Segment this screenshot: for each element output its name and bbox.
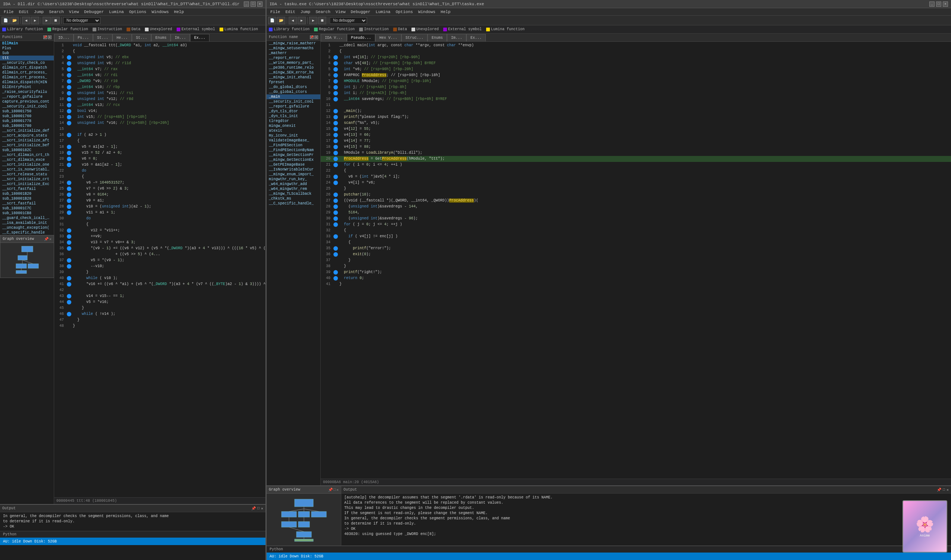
right-menu-view[interactable]: View <box>333 9 348 15</box>
left-line-26[interactable]: 26 v8 = 0i64; <box>54 192 265 198</box>
left-menu-view[interactable]: View <box>67 9 81 15</box>
left-fn-item-37[interactable]: __isa_available_init <box>0 220 54 225</box>
left-fn-item-33[interactable]: __scrt_fastfail <box>0 201 54 206</box>
left-tb-stop[interactable]: ⏹ <box>51 17 60 24</box>
left-line-32[interactable]: 32 v12 = *v11++; <box>54 228 265 234</box>
right-line-18[interactable]: 18 v4[15] = 88; <box>321 144 951 150</box>
left-line-7[interactable]: 7 _DWORD *v9; // r10 <box>54 78 265 84</box>
right-output-pin[interactable]: 📌 <box>937 488 941 492</box>
left-line-38[interactable]: 38 --v10; <box>54 263 265 269</box>
left-fn-item-8[interactable]: dllmain_dispatch(HIN <box>0 80 54 85</box>
left-fn-item-27[interactable]: __scrt_release_statu <box>0 172 54 177</box>
right-fn-item-31[interactable]: __mingw_TLScallback <box>267 191 321 196</box>
left-menu-debugger[interactable]: Debugger <box>82 9 106 15</box>
right-win-controls[interactable]: _ □ ✕ <box>929 2 948 7</box>
right-fn-item-12[interactable]: __security_init_cool <box>267 99 321 104</box>
right-fn-item-30[interactable]: _w64_mingwthr_rem <box>267 186 321 191</box>
right-line-34[interactable]: 34 { <box>321 240 951 246</box>
left-tab-st1[interactable]: St... <box>93 34 113 42</box>
right-tb-open[interactable]: 📂 <box>277 17 285 24</box>
left-line-48[interactable]: 48} <box>54 323 265 329</box>
right-menu-windows[interactable]: Windows <box>416 9 438 15</box>
left-line-15[interactable]: 15 <box>54 126 265 132</box>
right-fn-close[interactable]: ✕ <box>314 35 318 39</box>
right-fn-item-3[interactable]: __report_error <box>267 55 321 60</box>
right-tab-struc[interactable]: Struc... <box>401 34 427 42</box>
right-line-20[interactable]: 20 ProcAddress = GetProcAddress(hModule,… <box>321 156 951 162</box>
right-tab-pseudo[interactable]: Pseudo... <box>347 34 375 42</box>
right-line-32[interactable]: 32 { <box>321 228 951 234</box>
right-line-3[interactable]: 3 int v4[16]; // [rsp+20h] [rbp-90h] <box>321 54 951 60</box>
left-line-27[interactable]: 27 v9 = a1; <box>54 198 265 204</box>
left-fn-list[interactable]: DllMainPlusSubttt__security_check_codllm… <box>0 41 54 235</box>
right-line-10[interactable]: 10 __int64 savedregs; // [rsp+B0h] [rbp+… <box>321 96 951 102</box>
right-fn-item-25[interactable]: __GetPEImageBase <box>267 162 321 167</box>
right-fn-item-28[interactable]: mingwthr_run_key_ <box>267 177 321 182</box>
right-fn-item-7[interactable]: __mingw_init_ehandl <box>267 75 321 80</box>
left-line-19[interactable]: 19 v15 = 52 / a2 + 6; <box>54 150 265 156</box>
right-code-view[interactable]: 1__cdecl main(int argc, const char **arg… <box>321 42 951 478</box>
left-graph-pin[interactable]: 📌 <box>44 237 49 242</box>
right-fn-item-11[interactable]: _main <box>267 94 321 99</box>
left-graph-close[interactable]: ✕ <box>49 237 51 242</box>
right-fn-item-9[interactable]: __do_global_dtors <box>267 85 321 89</box>
left-line-9[interactable]: 9 unsigned int *v11; // rsi <box>54 90 265 96</box>
left-tb-run[interactable]: ▶ <box>43 17 51 24</box>
right-line-22[interactable]: 22 { <box>321 168 951 174</box>
left-line-35[interactable]: 35 *(v9 - 1) += ((v6 ^ v12) + (v5 ^ *(_D… <box>54 246 265 251</box>
left-fn-item-22[interactable]: sub_18000182C <box>0 148 54 152</box>
right-output-max[interactable]: □ <box>943 488 945 492</box>
left-tab-enums[interactable]: Enums <box>151 34 171 42</box>
right-menu-search[interactable]: Search <box>313 9 333 15</box>
right-graph-pin[interactable]: 📌 <box>328 488 333 492</box>
right-tab-im[interactable]: Im... <box>447 34 466 42</box>
right-tb-back[interactable]: ◀ <box>289 17 297 24</box>
right-fn-item-27[interactable]: __mingw_enum_import_ <box>267 172 321 177</box>
right-fn-item-24[interactable]: __mingw_GetSectionEx <box>267 157 321 162</box>
right-tab-ida[interactable]: IDA V... <box>321 34 347 42</box>
right-minimize-btn[interactable]: _ <box>929 2 934 7</box>
left-line-16[interactable]: 16 if ( a2 > 1 ) <box>54 132 265 138</box>
left-fn-item-11[interactable]: __report_gsfailure <box>0 94 54 99</box>
right-fn-item-16[interactable]: tlregdtor <box>267 118 321 123</box>
left-line-36[interactable]: 36 + ((v5 >> 5) ^ (4... <box>54 251 265 257</box>
left-menu-search[interactable]: Search <box>47 9 66 15</box>
left-line-44[interactable]: 44 v5 = *v16; <box>54 299 265 305</box>
right-fn-item-19[interactable]: my_iconv_init <box>267 133 321 138</box>
left-fn-item-32[interactable]: sub_180001B28 <box>0 196 54 201</box>
left-line-42[interactable]: 42 <box>54 287 265 293</box>
left-menu-help[interactable]: Help <box>172 9 186 15</box>
right-maximize-btn[interactable]: □ <box>936 2 941 7</box>
right-menu-file[interactable]: File <box>268 9 282 15</box>
right-fn-pin[interactable]: 📌 <box>310 35 314 39</box>
right-fn-item-32[interactable]: _chkstk_ms <box>267 196 321 201</box>
right-tb-new[interactable]: 📄 <box>268 17 276 24</box>
right-line-26[interactable]: 26 putchar(10); <box>321 192 951 198</box>
left-line-29[interactable]: 29 v11 = a1 + 1; <box>54 210 265 215</box>
left-line-40[interactable]: 40 while ( v10 ); <box>54 275 265 281</box>
right-line-17[interactable]: 17 v4[14] = 77; <box>321 138 951 144</box>
right-fn-item-15[interactable]: _dyn_tls_init <box>267 114 321 118</box>
left-line-24[interactable]: 24 v6 -= 1640531527; <box>54 180 265 186</box>
left-line-28[interactable]: 28 v10 = (unsigned int)(a2 - 1); <box>54 204 265 210</box>
fn-pin-btn[interactable]: 📌 <box>43 35 47 39</box>
left-menu-windows[interactable]: Windows <box>150 9 171 15</box>
right-fn-item-22[interactable]: __FindPESectionByNam <box>267 148 321 152</box>
right-tab-enums[interactable]: Enums <box>427 34 447 42</box>
left-fn-item-5[interactable]: dllmain_crt_dispatch <box>0 65 54 70</box>
right-line-39[interactable]: 39 printf("right!"); <box>321 269 951 275</box>
left-maximize-btn[interactable]: □ <box>251 2 256 7</box>
left-line-47[interactable]: 47 } <box>54 317 265 323</box>
left-fn-item-4[interactable]: __security_check_co <box>0 60 54 65</box>
left-line-11[interactable]: 11 __int64 v13; // rcx <box>54 102 265 108</box>
left-output-close[interactable]: ✕ <box>261 506 263 511</box>
left-line-31[interactable]: 31 { <box>54 222 265 228</box>
left-minimize-btn[interactable]: _ <box>244 2 249 7</box>
left-line-13[interactable]: 13 int v15; // [rsp+48h] [rbp+10h] <box>54 114 265 120</box>
right-fn-item-18[interactable]: atexit <box>267 128 321 133</box>
left-tab-st2[interactable]: St... <box>132 34 151 42</box>
left-fn-item-38[interactable]: __uncaught_exception( <box>0 225 54 230</box>
right-menu-jump[interactable]: Jump <box>298 9 313 15</box>
left-tb-new[interactable]: 📄 <box>2 17 10 24</box>
left-line-37[interactable]: 37 v5 = *(v9 - 1); <box>54 257 265 263</box>
